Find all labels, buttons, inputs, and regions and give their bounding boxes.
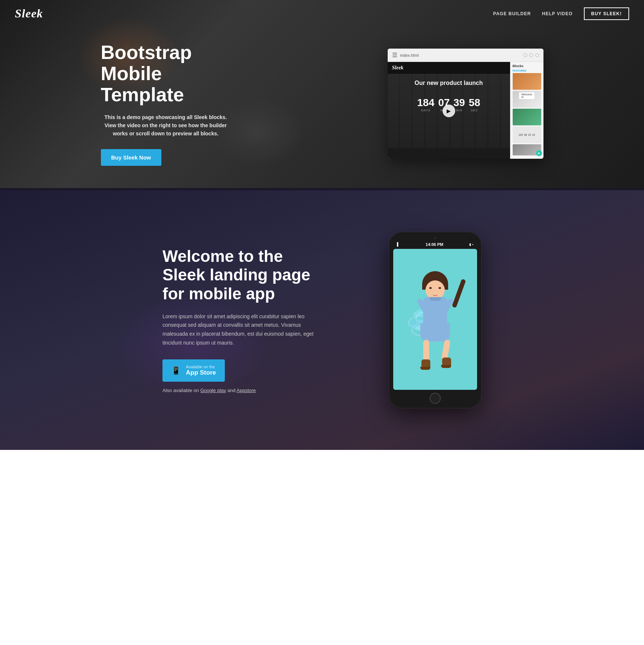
char-skirt (420, 323, 450, 342)
character-illustration (405, 271, 465, 382)
hero-title: Bootstrap Mobile Template (101, 42, 231, 106)
appstore-link[interactable]: Appstore (237, 388, 256, 393)
browser-sidebar: Blocks FEATURED Welcome to 100081910 (510, 62, 543, 159)
browser-controls (523, 53, 539, 57)
and-text: and (227, 388, 237, 393)
browser-body: Sleek Our new product launch ▶ 184 DAY (388, 62, 543, 159)
logo: Sleek (15, 7, 43, 20)
phone-screen (393, 249, 477, 390)
app-store-button[interactable]: 📱 Available on the App Store (162, 359, 225, 382)
hero-text-block: Bootstrap Mobile Template This is a demo… (101, 42, 231, 166)
countdown-days: 184 DAYS (417, 97, 434, 112)
char-eye-right (438, 287, 441, 289)
sidebar-thumb-1 (513, 73, 541, 90)
phone-camera (434, 236, 437, 239)
app-section: Welcome to the Sleek landing page for mo… (0, 190, 644, 450)
char-boot-right (442, 358, 451, 368)
welcome-label: Welcome to (519, 92, 534, 99)
app-store-main-label: App Store (186, 369, 216, 376)
hero-content: Bootstrap Mobile Template This is a demo… (0, 27, 644, 188)
app-description: Lorem ipsum dolor sit amet adipiscing el… (162, 312, 322, 348)
phone-mockup: ▌ 14:06 PM ▮ ▪ (389, 232, 482, 408)
browser-inner-logo: Sleek (388, 62, 510, 74)
sidebar-blocks-label: Blocks (513, 64, 541, 68)
char-leg-left (423, 340, 429, 362)
nav-links: PAGE BUILDER HELP VIDEO BUY SLEEK! (493, 7, 629, 20)
navbar: Sleek PAGE BUILDER HELP VIDEO BUY SLEEK! (0, 0, 644, 27)
phone-home-button[interactable] (430, 393, 441, 404)
phone-time: 14:06 PM (426, 242, 443, 247)
char-collar (430, 297, 441, 301)
phone-status-bar: ▌ 14:06 PM ▮ ▪ (393, 241, 477, 249)
boot-sole-right (441, 365, 451, 368)
app-content: Welcome to the Sleek landing page for mo… (118, 202, 526, 438)
browser-ctrl-desktop (535, 53, 539, 57)
countdown-min: 39 MIN (453, 97, 465, 112)
counter-preview: 100081910 (519, 134, 535, 136)
hero-description: This is a demo page showcasing all Sleek… (101, 113, 231, 138)
char-hair-tail (452, 279, 466, 308)
browser-menu-icon: ☰ (392, 52, 397, 59)
phone-battery-icon: ▮ ▪ (469, 243, 473, 246)
sidebar-thumb-2: Welcome to (513, 91, 541, 108)
app-store-subtitle: Available on the (186, 365, 216, 369)
nav-link-page-builder[interactable]: PAGE BUILDER (493, 11, 531, 16)
browser-bar: ☰ index.html (388, 49, 543, 62)
browser-ctrl-mobile (523, 53, 527, 57)
also-available-text: Also available on Google play and Appsto… (162, 388, 322, 393)
sidebar-featured-label: FEATURED (513, 69, 541, 72)
app-store-text: Available on the App Store (186, 365, 216, 376)
google-play-link[interactable]: Google play (200, 388, 226, 393)
sidebar-bottom-area: × (513, 144, 541, 155)
phone-signal-icon: ▌ (397, 242, 400, 246)
browser-mockup: ☰ index.html Sleek Our new product launc… (388, 49, 543, 159)
browser-url: index.html (400, 53, 520, 57)
boot-sole-left (420, 367, 430, 370)
nav-link-help-video[interactable]: HELP VIDEO (542, 11, 572, 16)
sidebar-thumb-3 (513, 109, 541, 125)
browser-main-area: Sleek Our new product launch ▶ 184 DAY (388, 62, 510, 159)
countdown-sec: 58 SEC (469, 97, 480, 112)
app-title: Welcome to the Sleek landing page for mo… (162, 247, 322, 303)
sidebar-thumb-4: 100081910 (513, 126, 541, 143)
play-button[interactable]: ▶ (443, 105, 455, 117)
teal-close-btn: × (536, 150, 542, 156)
smartphone-icon: 📱 (171, 366, 181, 375)
char-boot-left (421, 359, 430, 370)
char-mouth (433, 294, 438, 296)
app-text-block: Welcome to the Sleek landing page for mo… (162, 247, 322, 393)
hero-cta-button[interactable]: Buy Sleek Now (101, 149, 162, 166)
browser-ctrl-tablet (529, 53, 533, 57)
browser-hero-text: Our new product launch (388, 74, 510, 90)
hero-section: Sleek PAGE BUILDER HELP VIDEO BUY SLEEK!… (0, 0, 644, 188)
char-eye-left (429, 287, 432, 289)
buy-sleek-button[interactable]: BUY SLEEK! (584, 7, 629, 20)
